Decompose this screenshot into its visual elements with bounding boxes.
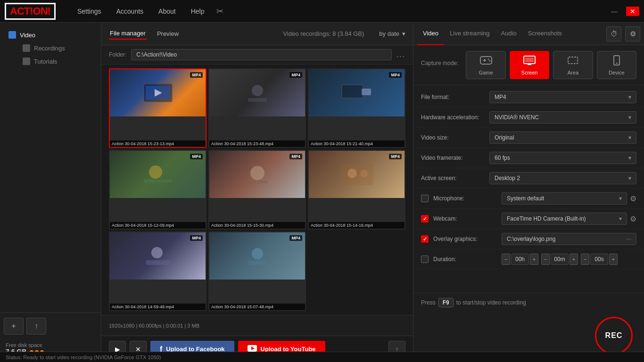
thumb-item-3[interactable]: MP4 Action 30-04-2018 15-21-40.mp4 <box>308 68 405 148</box>
mins-decrement-button[interactable]: − <box>541 254 550 265</box>
folder-more-button[interactable]: ... <box>396 50 405 59</box>
capture-mode-screen[interactable]: Screen <box>510 51 549 79</box>
active-screen-chevron-icon: ▾ <box>628 175 631 181</box>
sidebar-item-recordings[interactable]: Recordings <box>18 41 97 55</box>
secs-increment-button[interactable]: + <box>609 254 618 265</box>
capture-mode-device[interactable]: Device <box>597 51 636 79</box>
logo-text: ACT <box>10 5 30 17</box>
thumb-badge-4: MP4 <box>190 154 203 159</box>
microphone-gear-icon[interactable]: ⚙ <box>630 194 636 203</box>
press-prefix: Press <box>421 299 436 306</box>
webcam-dropdown[interactable]: FaceTime HD Camera (Built-in) ▾ <box>502 213 627 225</box>
thumb-item-4[interactable]: MP4 Action 30-04-2018 15-12-09.mp4 <box>109 150 206 230</box>
svg-point-12 <box>347 169 357 178</box>
thumb-item-2[interactable]: MP4 Action 30-04-2018 15-23-48.mp4 <box>208 68 306 148</box>
thumb-svg-5 <box>239 162 276 188</box>
active-screen-dropdown[interactable]: Desktop 2 ▾ <box>489 172 636 184</box>
thumb-name-1: Action 30-04-2018 15-23-13.mp4 <box>110 140 206 147</box>
microphone-checkbox[interactable] <box>421 195 429 202</box>
capture-mode-game[interactable]: Game <box>466 51 505 79</box>
setting-row-hw-accel: Hardware acceleration: NVIDIA® NVENC ▾ <box>413 107 644 128</box>
sidebar-action-buttons: + ↑ <box>4 318 97 335</box>
overlay-checkbox[interactable] <box>421 235 429 243</box>
timer-icon-button[interactable]: ⏱ <box>606 26 621 41</box>
add-folder-button[interactable]: + <box>4 318 24 335</box>
svg-point-3 <box>252 85 263 96</box>
screen-icon <box>523 55 536 68</box>
thumb-item-5[interactable]: MP4 Action 30-04-2018 15-15-30.mp4 <box>208 150 306 230</box>
capture-mode-area[interactable]: Area <box>553 51 593 79</box>
settings-gear-icon-button[interactable]: ⚙ <box>625 26 640 41</box>
tab-file-manager[interactable]: File manager <box>109 28 147 40</box>
sidebar-item-video[interactable]: Video <box>4 28 97 41</box>
thumb-svg-7 <box>139 243 177 269</box>
secs-decrement-button[interactable]: − <box>581 254 589 265</box>
thumb-item-6[interactable]: MP4 Action 30-04-2018 15-14-16.mp4 <box>308 150 405 230</box>
sort-dropdown[interactable]: by date ▾ <box>379 30 405 37</box>
capture-mode-buttons: Game Screen Area <box>466 51 636 79</box>
folder-path-field[interactable]: C:\Action!\Video <box>131 49 391 60</box>
framerate-dropdown[interactable]: 60 fps ▾ <box>489 152 636 164</box>
tab-screenshots[interactable]: Screenshots <box>522 23 568 45</box>
svg-rect-8 <box>144 180 172 182</box>
overlay-value: C:\overlay\logo.png <box>507 236 555 242</box>
middle-panel: File manager Preview Video recordings: 8… <box>101 23 413 362</box>
sidebar-label-recordings: Recordings <box>34 45 65 52</box>
webcam-gear-icon[interactable]: ⚙ <box>630 214 636 223</box>
svg-point-31 <box>616 62 617 64</box>
tab-audio[interactable]: Audio <box>495 23 522 45</box>
tab-live-streaming[interactable]: Live streaming <box>444 23 495 45</box>
setting-row-video-size: Video size: Original ▾ <box>413 128 644 148</box>
thumb-name-3: Action 30-04-2018 15-21-40.mp4 <box>309 140 405 147</box>
tool-icon[interactable]: ✂ <box>216 6 223 16</box>
thumb-item-8[interactable]: MP4 Action 30-04-2018 15-07-48.mp4 <box>208 231 306 311</box>
webcam-checkbox[interactable] <box>421 215 429 222</box>
svg-point-14 <box>151 247 163 258</box>
tab-preview[interactable]: Preview <box>156 28 180 39</box>
nav-help[interactable]: Help <box>183 0 212 23</box>
upload-button[interactable]: ↑ <box>26 318 46 335</box>
microphone-chevron-icon: ▾ <box>619 195 622 202</box>
nav-settings[interactable]: Settings <box>70 0 109 23</box>
hw-accel-dropdown[interactable]: NVIDIA® NVENC ▾ <box>489 111 636 123</box>
svg-rect-17 <box>248 261 267 265</box>
thumb-svg-4 <box>139 162 177 188</box>
file-format-chevron-icon: ▾ <box>628 94 631 100</box>
duration-secs-field: − 00s + <box>581 254 618 265</box>
file-format-dropdown[interactable]: MP4 ▾ <box>489 91 636 103</box>
nav-about[interactable]: About <box>151 0 183 23</box>
svg-rect-11 <box>340 164 373 185</box>
sidebar-item-tutorials[interactable]: Tutorials <box>18 55 97 68</box>
video-size-dropdown[interactable]: Original ▾ <box>489 132 636 144</box>
svg-rect-6 <box>362 89 371 95</box>
rec-button[interactable]: REC <box>595 317 633 354</box>
hw-accel-value: NVIDIA® NVENC <box>495 114 539 121</box>
capture-mode-screen-label: Screen <box>521 70 538 75</box>
video-size-label: Video size: <box>421 134 489 141</box>
setting-row-duration: Duration: − 00h + − 00m + − 00s <box>413 249 644 269</box>
minimize-button[interactable]: — <box>608 7 620 16</box>
thumb-svg-2 <box>239 80 276 106</box>
thumb-item-7[interactable]: MP4 Action 30-04-2018 14-59-48.mp4 <box>109 231 206 311</box>
hours-increment-button[interactable]: + <box>530 254 538 265</box>
duration-checkbox[interactable] <box>421 255 429 263</box>
nav-accounts[interactable]: Accounts <box>108 0 151 23</box>
overlay-more-icon: ··· <box>627 236 631 242</box>
overlay-value-field[interactable]: C:\overlay\logo.png ··· <box>502 233 636 245</box>
recordings-info: Video recordings: 8 (3.84 GB) <box>283 30 364 37</box>
file-manager-header: File manager Preview Video recordings: 8… <box>101 23 413 45</box>
mins-increment-button[interactable]: + <box>570 254 578 265</box>
mins-value: 00m <box>551 254 569 265</box>
active-screen-value: Desktop 2 <box>495 175 520 181</box>
logo-text2: ON! <box>33 5 50 17</box>
svg-rect-5 <box>342 85 363 98</box>
tab-video[interactable]: Video <box>417 23 444 45</box>
hours-decrement-button[interactable]: − <box>502 254 510 265</box>
sidebar-tree: Video Recordings Tutorials <box>0 23 101 74</box>
close-button[interactable]: ✕ <box>626 7 639 16</box>
svg-point-23 <box>487 58 489 60</box>
microphone-dropdown[interactable]: System default ▾ <box>502 192 627 205</box>
thumb-item-1[interactable]: MP4 Action 30-04-2018 15-23-13.mp4 <box>109 68 206 148</box>
thumb-svg-1 <box>139 80 177 106</box>
svg-rect-10 <box>247 181 268 183</box>
